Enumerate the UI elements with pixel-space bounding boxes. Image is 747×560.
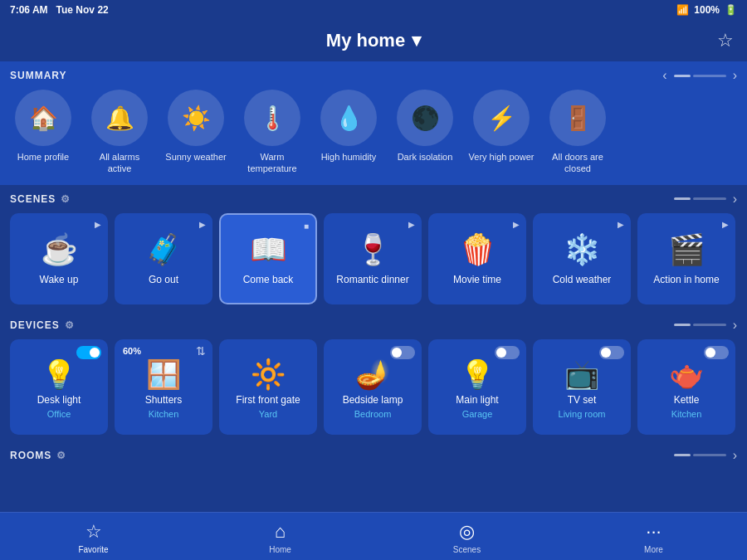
summary-icon-sunny-weather: ☀️: [168, 90, 224, 146]
device-card-bedside-lamp[interactable]: 🪔 Bedside lamp Bedroom: [324, 339, 422, 435]
summary-icon-high-humidity: 💧: [320, 90, 377, 146]
scene-card-romantic-dinner[interactable]: ▶ 🍷 Romantic dinner: [324, 213, 422, 304]
summary-item-sunny-weather[interactable]: ☀️ Sunny weather: [163, 90, 229, 175]
device-card-main-light[interactable]: 💡 Main light Garage: [428, 339, 526, 435]
summary-item-very-high-power[interactable]: ⚡ Very high power: [468, 90, 535, 175]
devices-next-arrow[interactable]: ›: [733, 318, 737, 333]
scene-icon-wake-up: ☕: [41, 232, 78, 267]
scene-card-go-out[interactable]: ▶ 🧳 Go out: [115, 213, 212, 304]
status-bar: 7:06 AM Tue Nov 22 📶 100% 🔋: [0, 0, 747, 20]
summary-label-all-alarms: All alarms active: [86, 151, 153, 175]
nav-icon-scenes: ◎: [459, 521, 475, 543]
nav-label-home: Home: [269, 545, 291, 554]
device-card-desk-light[interactable]: 💡 Desk light Office: [10, 339, 108, 435]
summary-label-sunny-weather: Sunny weather: [165, 151, 226, 163]
device-icon-main-light: 💡: [460, 358, 495, 391]
device-name-first-front-gate: First front gate: [236, 394, 300, 406]
scene-icon-action-in-home: 🎬: [668, 232, 706, 267]
device-card-tv-set[interactable]: 📺 TV set Living room: [533, 339, 631, 435]
rooms-nav-arrows[interactable]: ›: [674, 448, 737, 463]
nav-icon-home: ⌂: [275, 521, 286, 543]
summary-item-high-humidity[interactable]: 💧 High humidity: [315, 90, 382, 175]
nav-item-home[interactable]: ⌂ Home: [247, 521, 314, 554]
dropdown-icon[interactable]: ▾: [412, 30, 421, 51]
device-toggle-kettle[interactable]: [704, 346, 729, 359]
device-name-shutters: Shutters: [145, 394, 183, 406]
scene-play-wake-up[interactable]: ▶: [95, 220, 101, 229]
device-toggle-desk-light[interactable]: [76, 346, 101, 359]
device-icon-shutters: 🪟: [146, 358, 181, 391]
device-room-tv-set: Living room: [559, 409, 606, 419]
summary-title: SUMMARY: [10, 70, 67, 81]
scene-icon-come-back: 📖: [250, 232, 287, 267]
scenes-next-arrow[interactable]: ›: [733, 192, 737, 207]
scene-label-romantic-dinner: Romantic dinner: [336, 274, 408, 285]
summary-item-home-profile[interactable]: 🏠 Home profile: [10, 90, 76, 175]
scene-card-wake-up[interactable]: ▶ ☕ Wake up: [10, 213, 108, 304]
scene-play-romantic-dinner[interactable]: ▶: [408, 220, 415, 229]
devices-nav-arrows[interactable]: ›: [674, 318, 737, 333]
summary-icon-very-high-power: ⚡: [473, 90, 530, 146]
summary-icon-warm-temperature: 🌡️: [244, 90, 300, 146]
rooms-next-arrow[interactable]: ›: [733, 448, 737, 463]
bottom-nav: ☆ Favorite ⌂ Home ◎ Scenes ··· More: [0, 512, 747, 560]
nav-item-scenes[interactable]: ◎ Scenes: [434, 521, 500, 554]
scene-icon-cold-weather: ❄️: [564, 232, 601, 267]
rooms-header: ROOMS ⚙ ›: [10, 448, 737, 463]
scene-card-action-in-home[interactable]: ▶ 🎬 Action in home: [637, 213, 735, 304]
nav-item-more[interactable]: ··· More: [621, 521, 687, 554]
device-pct-shutters: 60%: [123, 346, 141, 356]
scene-play-action-in-home[interactable]: ▶: [722, 220, 729, 229]
scene-play-come-back[interactable]: ■: [304, 222, 309, 231]
summary-nav-arrows[interactable]: ‹ ›: [662, 68, 737, 83]
summary-item-all-doors-closed[interactable]: 🚪 All doors are closed: [544, 90, 611, 175]
device-name-bedside-lamp: Bedside lamp: [343, 394, 403, 406]
scene-play-go-out[interactable]: ▶: [199, 220, 206, 229]
scenes-gear-icon[interactable]: ⚙: [61, 193, 71, 205]
rooms-gear-icon[interactable]: ⚙: [56, 450, 66, 461]
summary-section: SUMMARY ‹ › 🏠 Home profile 🔔 All alarms …: [0, 61, 747, 185]
device-room-bedside-lamp: Bedroom: [354, 409, 392, 419]
nav-icon-favorite: ☆: [85, 521, 102, 543]
device-toggle-bedside-lamp[interactable]: [390, 346, 415, 359]
rooms-section: ROOMS ⚙ ›: [0, 443, 747, 476]
summary-item-all-alarms[interactable]: 🔔 All alarms active: [86, 90, 153, 175]
device-toggle-main-light[interactable]: [495, 346, 520, 359]
scenes-nav-arrows[interactable]: ›: [674, 192, 737, 207]
device-arrows-shutters[interactable]: ⇅: [196, 344, 206, 358]
summary-prev-arrow[interactable]: ‹: [662, 68, 666, 83]
device-card-kettle[interactable]: 🫖 Kettle Kitchen: [637, 339, 735, 435]
device-name-desk-light: Desk light: [37, 394, 81, 406]
header: My home ▾ ☆: [0, 20, 747, 61]
device-icon-kettle: 🫖: [669, 358, 704, 391]
header-title-group[interactable]: My home ▾: [326, 30, 421, 51]
nav-label-more: More: [644, 545, 663, 554]
scene-card-come-back[interactable]: ■ 📖 Come back: [219, 213, 317, 304]
favorite-star-button[interactable]: ☆: [717, 30, 734, 51]
device-icon-first-front-gate: 🔆: [251, 358, 286, 391]
device-room-desk-light: Office: [47, 409, 71, 419]
nav-icon-more: ···: [646, 521, 661, 543]
scene-label-movie-time: Movie time: [453, 274, 501, 285]
devices-gear-icon[interactable]: ⚙: [65, 319, 75, 331]
battery-icon: 🔋: [725, 4, 737, 16]
scene-play-movie-time[interactable]: ▶: [513, 220, 520, 229]
device-toggle-tv-set[interactable]: [599, 346, 624, 359]
nav-item-favorite[interactable]: ☆ Favorite: [61, 521, 127, 554]
devices-section: DEVICES ⚙ › 💡 Desk light Office 60% ⇅ 🪟 …: [0, 313, 747, 443]
device-room-first-front-gate: Yard: [259, 409, 277, 419]
summary-icon-home-profile: 🏠: [15, 90, 71, 146]
device-room-shutters: Kitchen: [149, 409, 179, 419]
scene-icon-movie-time: 🍿: [459, 232, 496, 267]
scene-card-movie-time[interactable]: ▶ 🍿 Movie time: [428, 213, 526, 304]
summary-item-warm-temperature[interactable]: 🌡️ Warm temperature: [239, 90, 305, 175]
device-card-first-front-gate[interactable]: 🔆 First front gate Yard: [219, 339, 317, 435]
scene-card-cold-weather[interactable]: ▶ ❄️ Cold weather: [533, 213, 631, 304]
nav-label-scenes: Scenes: [453, 545, 481, 554]
scene-play-cold-weather[interactable]: ▶: [618, 220, 624, 229]
summary-item-dark-isolation[interactable]: 🌑 Dark isolation: [392, 90, 458, 175]
summary-next-arrow[interactable]: ›: [733, 68, 737, 83]
home-title: My home: [326, 30, 405, 51]
summary-label-very-high-power: Very high power: [469, 151, 535, 163]
device-card-shutters[interactable]: 60% ⇅ 🪟 Shutters Kitchen: [115, 339, 212, 435]
